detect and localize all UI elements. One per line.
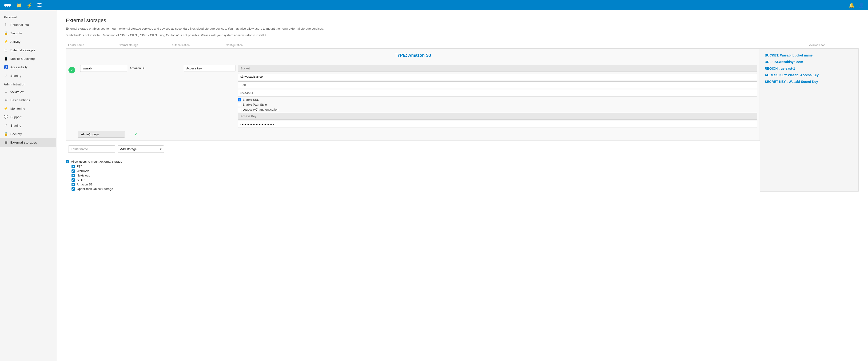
allow-openstack-row: OpenStack Object Storage <box>71 187 760 191</box>
sidebar-item-mobile-desktop[interactable]: 📱 Mobile & desktop <box>0 54 56 63</box>
lightning-icon: ⚡ <box>4 39 8 44</box>
secret-key-input[interactable] <box>238 121 757 128</box>
confirm-button[interactable]: ✓ <box>134 130 139 138</box>
col-folder-name: Folder name <box>68 43 115 47</box>
allow-ftp-row: FTP <box>71 165 760 168</box>
col-external-storage: External storage <box>118 43 169 47</box>
allow-nextcloud-checkbox[interactable] <box>71 174 75 177</box>
storage-row: ✓ Amazon S3 Access key Anonymous <box>66 62 760 130</box>
lock-admin-icon: 🔒 <box>4 132 8 136</box>
allow-webdav-checkbox[interactable] <box>71 170 75 173</box>
mobile-icon: 📱 <box>4 57 8 61</box>
legacy-auth-label: Legacy (v2) authentication <box>243 108 278 111</box>
sidebar-item-external-storages-personal[interactable]: ⊞ External storages <box>0 46 56 54</box>
allow-nextcloud-label: Nextcloud <box>77 174 90 177</box>
annot-url: URL : s3.wasabisys.com <box>765 60 854 64</box>
allow-nextcloud-row: Nextcloud <box>71 174 760 177</box>
allow-amazons3-checkbox[interactable] <box>71 183 75 186</box>
topbar: 📁 ⚡ 🖼 🔔 👤 <box>0 0 868 10</box>
region-input[interactable] <box>238 90 757 96</box>
bucket-input[interactable] <box>238 65 757 72</box>
enable-ssl-row[interactable]: Enable SSL <box>238 98 757 101</box>
col-authentication: Authentication <box>172 43 223 47</box>
auth-select-wrapper: Access key Anonymous <box>184 65 236 72</box>
allow-webdav-row: WebDAV <box>71 169 760 173</box>
enable-path-style-checkbox[interactable] <box>238 103 241 107</box>
sidebar-item-sharing-admin[interactable]: ↗ Sharing <box>0 121 56 130</box>
sidebar-item-basic-settings[interactable]: ⚙ Basic settings <box>0 96 56 104</box>
annot-bucket: BUCKET: Wasabi bucket name <box>765 53 854 57</box>
page-warning: "smbclient" is not installed. Mounting o… <box>66 33 859 38</box>
accessibility-icon: ♿ <box>4 65 8 69</box>
allow-users-label: Allow users to mount external storage <box>71 160 122 163</box>
storage-entry-wrapper: TYPE: Amazon S3 ✓ Amazon S3 <box>66 49 859 191</box>
allow-openstack-label: OpenStack Object Storage <box>77 187 113 191</box>
enable-ssl-checkbox[interactable] <box>238 98 241 101</box>
monitoring-icon: ⚡ <box>4 107 8 111</box>
url-input[interactable] <box>238 73 757 80</box>
photos-icon[interactable]: 🖼 <box>37 3 42 8</box>
access-key-input[interactable] <box>238 113 757 120</box>
sidebar: Personal ℹ Personal info 🔒 Security ⚡ Ac… <box>0 10 57 361</box>
enable-path-style-label: Enable Path Style <box>243 103 267 107</box>
allow-users-row[interactable]: Allow users to mount external storage <box>66 160 760 163</box>
legacy-auth-checkbox[interactable] <box>238 108 241 111</box>
status-indicator: ✓ <box>68 65 78 73</box>
info-icon: ℹ <box>4 23 8 27</box>
external-admin-icon: ⊞ <box>4 140 8 145</box>
col-available-for: Available for <box>809 43 856 47</box>
sidebar-item-support[interactable]: 💬 Support <box>0 113 56 121</box>
more-options-button[interactable]: ··· <box>127 131 132 137</box>
table-header: Folder name External storage Authenticat… <box>66 42 859 49</box>
storage-main-area: TYPE: Amazon S3 ✓ Amazon S3 <box>66 49 760 191</box>
overview-icon: ≡ <box>4 90 8 94</box>
add-folder-name-input[interactable] <box>68 145 115 153</box>
external-icon: ⊞ <box>4 48 8 52</box>
sidebar-item-monitoring[interactable]: ⚡ Monitoring <box>0 104 56 113</box>
page-description: External storage enables you to mount ex… <box>66 26 859 31</box>
allow-webdav-label: WebDAV <box>77 169 89 173</box>
annotation-panel: BUCKET: Wasabi bucket name URL : s3.wasa… <box>760 49 859 191</box>
gear-icon: ⚙ <box>4 98 8 102</box>
share-icon: ↗ <box>4 73 8 78</box>
sidebar-item-external-storages-admin[interactable]: ⊞ External storages <box>0 138 56 147</box>
files-icon[interactable]: 📁 <box>16 2 22 8</box>
sidebar-item-sharing-personal[interactable]: ↗ Sharing <box>0 71 56 80</box>
personal-section-label: Personal <box>0 13 56 21</box>
allow-amazons3-row: Amazon S3 <box>71 183 760 186</box>
storage-row-wrapper: TYPE: Amazon S3 ✓ Amazon S3 <box>66 49 760 141</box>
allow-section: Allow users to mount external storage FT… <box>66 160 760 191</box>
legacy-auth-row[interactable]: Legacy (v2) authentication <box>238 108 757 111</box>
add-storage-row: Add storage Amazon S3 FTP Nextcloud SFTP… <box>66 143 760 155</box>
allow-ftp-label: FTP <box>77 165 83 168</box>
share-admin-icon: ↗ <box>4 123 8 127</box>
sidebar-item-security-admin[interactable]: 🔒 Security <box>0 130 56 138</box>
allow-amazons3-label: Amazon S3 <box>77 183 92 186</box>
svg-point-2 <box>8 4 11 7</box>
allow-sftp-row: SFTP <box>71 178 760 182</box>
bell-icon[interactable]: 🔔 <box>849 2 855 8</box>
sidebar-item-personal-info[interactable]: ℹ Personal info <box>0 21 56 29</box>
sidebar-item-activity[interactable]: ⚡ Activity <box>0 37 56 46</box>
type-label: TYPE: Amazon S3 <box>78 51 748 60</box>
allow-users-checkbox[interactable] <box>66 160 69 163</box>
app-logo[interactable] <box>4 1 11 9</box>
col-configuration: Configuration <box>226 43 807 47</box>
auth-type-select[interactable]: Access key Anonymous <box>184 65 236 72</box>
allow-ftp-checkbox[interactable] <box>71 165 75 168</box>
add-storage-select[interactable]: Add storage Amazon S3 FTP Nextcloud SFTP… <box>118 145 164 153</box>
sidebar-item-security-personal[interactable]: 🔒 Security <box>0 29 56 37</box>
sidebar-item-overview[interactable]: ≡ Overview <box>0 88 56 96</box>
enable-path-style-row[interactable]: Enable Path Style <box>238 103 757 107</box>
config-column: Enable SSL Enable Path Style Legacy (v2)… <box>238 65 757 128</box>
avatar-icon[interactable]: 👤 <box>858 2 864 8</box>
available-for-input[interactable] <box>78 131 125 138</box>
main-layout: Personal ℹ Personal info 🔒 Security ⚡ Ac… <box>0 10 868 361</box>
folder-name-input[interactable] <box>80 65 127 72</box>
add-storage-select-wrapper: Add storage Amazon S3 FTP Nextcloud SFTP… <box>118 145 164 153</box>
allow-openstack-checkbox[interactable] <box>71 187 75 191</box>
allow-sftp-checkbox[interactable] <box>71 178 75 182</box>
sidebar-item-accessibility[interactable]: ♿ Accessibility <box>0 63 56 71</box>
activity-icon[interactable]: ⚡ <box>27 2 32 8</box>
port-input[interactable] <box>238 82 757 88</box>
